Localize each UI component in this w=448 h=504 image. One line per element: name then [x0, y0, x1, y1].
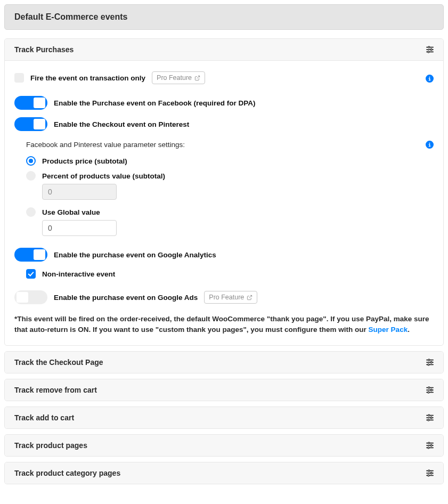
checkbox-non-interactive[interactable]: [26, 269, 36, 279]
external-link-icon: [194, 75, 200, 81]
pro-feature-badge[interactable]: Pro Feature: [204, 291, 257, 304]
note-text: *This event will be fired on the order-r…: [14, 315, 429, 334]
sliders-icon: [426, 469, 434, 477]
radio-percent[interactable]: [26, 171, 36, 181]
external-link-icon: [247, 295, 252, 300]
row-fire-on-transaction: Fire the event on transaction only Pro F…: [14, 71, 434, 84]
section-header-purchases[interactable]: Track Purchases: [5, 39, 443, 61]
pro-feature-badge[interactable]: Pro Feature: [152, 71, 205, 84]
sliders-icon: [426, 46, 434, 53]
section-header-remove-cart[interactable]: Track remove from cart: [5, 379, 443, 401]
section-title: Track product category pages: [14, 469, 120, 477]
section-track-add-cart: Track add to cart: [4, 407, 444, 429]
label-global: Use Global value: [42, 208, 100, 216]
label-ga-purchase: Enable the purchase event on Google Anal…: [54, 251, 216, 259]
info-icon[interactable]: [426, 141, 434, 149]
section-title: Track remove from cart: [14, 386, 97, 394]
purchase-note: *This event will be fired on the order-r…: [14, 314, 434, 335]
note-period: .: [408, 326, 410, 334]
row-gads-purchase: Enable the purchase event on Google Ads …: [14, 290, 434, 304]
pro-feature-label: Pro Feature: [157, 74, 192, 82]
section-header-add-cart[interactable]: Track add to cart: [5, 407, 443, 428]
section-track-product-pages: Track product pages: [4, 434, 444, 457]
sliders-icon: [426, 442, 434, 449]
sliders-icon: [426, 359, 434, 366]
toggle-pinterest-checkout[interactable]: [14, 117, 47, 131]
label-percent: Percent of products value (subtotal): [42, 172, 165, 180]
label-fire-on-transaction: Fire the event on transaction only: [30, 74, 145, 82]
row-fb-purchase: Enable the Purchase event on Facebook (r…: [14, 96, 434, 110]
section-header-product-pages[interactable]: Track product pages: [5, 435, 443, 456]
input-percent-value: [42, 184, 117, 200]
super-pack-link[interactable]: Super Pack: [369, 326, 408, 334]
sliders-icon: [426, 414, 434, 421]
radio-global[interactable]: [26, 207, 36, 217]
global-input-wrap: [42, 220, 434, 236]
percent-input-wrap: [42, 184, 434, 200]
row-opt-global: Use Global value: [26, 207, 434, 217]
row-pinterest-checkout: Enable the Checkout event on Pinterest: [14, 117, 434, 131]
toggle-fb-purchase[interactable]: [14, 96, 47, 110]
label-gads-purchase: Enable the purchase event on Google Ads: [54, 294, 198, 302]
section-header-checkout[interactable]: Track the Checkout Page: [5, 352, 443, 373]
label-products-price: Products price (subtotal): [42, 157, 127, 165]
section-track-remove-cart: Track remove from cart: [4, 379, 444, 401]
section-track-category-pages: Track product category pages: [4, 462, 444, 484]
info-icon[interactable]: [426, 75, 434, 83]
toggle-gads-purchase: [14, 290, 47, 304]
value-heading: Facebook and Pinterest value parameter s…: [26, 141, 434, 149]
section-title: Track the Checkout Page: [14, 358, 103, 367]
section-track-purchases: Track Purchases Fire the event on transa…: [4, 38, 444, 346]
section-body-purchases: Fire the event on transaction only Pro F…: [5, 61, 443, 345]
label-fb-purchase: Enable the Purchase event on Facebook (r…: [54, 99, 256, 107]
checkbox-fire-on-transaction: [14, 73, 24, 83]
section-title: Track Purchases: [14, 45, 74, 54]
section-title: Track product pages: [14, 441, 87, 450]
sliders-icon: [426, 386, 434, 394]
input-global-value[interactable]: [42, 220, 117, 236]
radio-products-price[interactable]: [26, 156, 36, 166]
row-opt-products-price: Products price (subtotal): [26, 156, 434, 166]
section-track-checkout: Track the Checkout Page: [4, 351, 444, 373]
pro-feature-label: Pro Feature: [209, 294, 244, 301]
section-title: Track add to cart: [14, 413, 74, 422]
page-header: Default E-Commerce events: [4, 4, 444, 30]
section-header-category-pages[interactable]: Track product category pages: [5, 462, 443, 484]
value-settings-block: Facebook and Pinterest value parameter s…: [14, 141, 434, 236]
label-pinterest-checkout: Enable the Checkout event on Pinterest: [54, 120, 189, 128]
toggle-ga-purchase[interactable]: [14, 248, 47, 262]
label-non-interactive: Non-interactive event: [42, 270, 115, 278]
page-title: Default E-Commerce events: [14, 12, 434, 22]
row-opt-percent: Percent of products value (subtotal): [26, 171, 434, 181]
row-ga-purchase: Enable the purchase event on Google Anal…: [14, 248, 434, 262]
row-non-interactive: Non-interactive event: [26, 269, 434, 279]
